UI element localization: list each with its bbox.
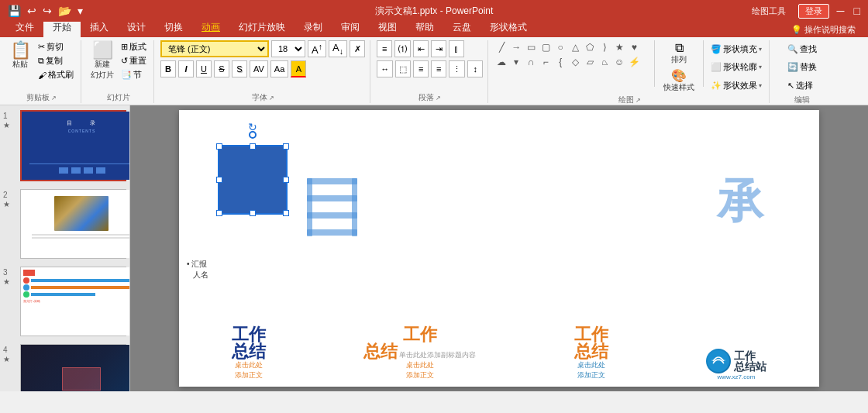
shape-bracket[interactable]: ⌐ <box>539 55 553 69</box>
clear-format-button[interactable]: ✗ <box>350 40 365 57</box>
align-right-button[interactable]: ≡ <box>431 60 446 77</box>
reset-button[interactable]: ↺ 重置 <box>119 54 149 67</box>
columns-button[interactable]: ⫿ <box>449 40 464 57</box>
redo-icon[interactable]: ↪ <box>41 3 53 19</box>
shape-diamond[interactable]: ◇ <box>568 55 582 69</box>
paragraph-expand-arrow[interactable]: ↗ <box>436 95 441 102</box>
arrange-button[interactable]: ⧉ 排列 <box>660 40 698 67</box>
copy-button[interactable]: ⧉ 复制 <box>36 54 76 67</box>
more-icon[interactable]: ▾ <box>76 3 84 19</box>
bullet-list-button[interactable]: ≡ <box>377 40 392 57</box>
spacing-button[interactable]: AV <box>250 60 268 77</box>
drawing-expand-arrow[interactable]: ↗ <box>636 97 641 104</box>
search-commands[interactable]: 💡 操作说明搜索 <box>785 22 862 37</box>
handle-bottom-left[interactable] <box>216 210 222 216</box>
slide-4-thumbnail[interactable] <box>20 344 126 391</box>
find-button[interactable]: 🔍 查找 <box>785 43 819 56</box>
paste-button[interactable]: 📋 粘贴 <box>6 40 34 71</box>
decrease-indent-button[interactable]: ⇤ <box>413 40 429 57</box>
shape-heart[interactable]: ♥ <box>627 40 641 54</box>
shape-outline-button[interactable]: ⬜ 形状轮廓 ▾ <box>708 60 764 74</box>
minimize-icon[interactable]: ─ <box>835 3 846 19</box>
shape-more[interactable]: ▾ <box>509 55 523 69</box>
text-direction-button[interactable]: ↔ <box>377 60 393 77</box>
slide-2-thumbnail[interactable] <box>20 189 126 259</box>
case-button[interactable]: Aa <box>270 60 288 77</box>
shape-brace[interactable]: { <box>553 55 567 69</box>
underline-button[interactable]: U <box>196 60 212 77</box>
slide-3-thumbnail[interactable]: 激光打+策略 <box>20 267 126 336</box>
layout-button[interactable]: ⊞ 版式 <box>119 40 149 53</box>
layout-icon: ⊞ <box>121 42 128 52</box>
handle-middle-right[interactable] <box>283 177 289 183</box>
shape-rounded-rect[interactable]: ▢ <box>539 40 553 54</box>
font-color-button[interactable]: A <box>291 60 306 77</box>
login-button[interactable]: 登录 <box>798 4 829 19</box>
save-icon[interactable]: 💾 <box>6 3 22 19</box>
copy-icon: ⧉ <box>38 56 44 66</box>
increase-indent-button[interactable]: ⇥ <box>431 40 446 57</box>
slide-1-thumbnail[interactable]: 目 录 CONTENTS <box>20 110 126 181</box>
shape-trapezoid[interactable]: ⏢ <box>598 55 611 69</box>
shadow-button[interactable]: S <box>232 60 247 77</box>
shape-curve[interactable]: ∩ <box>524 55 538 69</box>
shape-star[interactable]: ★ <box>612 40 626 54</box>
font-expand-arrow[interactable]: ↗ <box>269 95 274 102</box>
slide-2-wrapper: 2 ★ <box>20 189 126 262</box>
strikethrough-button[interactable]: S <box>214 60 229 77</box>
handle-middle-left[interactable] <box>216 177 222 183</box>
shape-chevron[interactable]: ⟩ <box>598 40 611 54</box>
shape-effect-button[interactable]: ✨ 形状效果 ▾ <box>708 79 764 92</box>
decrease-font-button[interactable]: A↓ <box>329 40 347 57</box>
ws2-add-text[interactable]: 单击此处添加副标题内容 <box>399 350 476 360</box>
cut-button[interactable]: ✂ 剪切 <box>36 40 76 53</box>
shape-rect[interactable]: ▭ <box>524 40 538 54</box>
work-summary-2: 工作 总结 单击此处添加副标题内容 桌击此处 添加正文 <box>363 326 476 380</box>
undo-icon[interactable]: ↩ <box>26 3 38 19</box>
bold-button[interactable]: B <box>160 60 176 77</box>
select-button[interactable]: ↖ 选择 <box>785 79 819 92</box>
format-painter-button[interactable]: 🖌 格式刷 <box>36 68 76 81</box>
align-center-button[interactable]: ≡ <box>413 60 429 77</box>
italic-button[interactable]: I <box>178 60 194 77</box>
paragraph-group: ≡ ⑴ ⇤ ⇥ ⫿ ↔ ⬚ ≡ ≡ ⋮ ↕ 段落 ↗ <box>372 40 488 103</box>
handle-top-center[interactable] <box>250 143 256 150</box>
handle-bottom-center[interactable] <box>250 210 256 216</box>
shape-outline-icon: ⬜ <box>711 62 722 72</box>
ws4-url: www.xz7.com <box>717 373 755 380</box>
shape-pentagon[interactable]: ⬠ <box>583 40 597 54</box>
shape-fill-button[interactable]: 🪣 形状填充 ▾ <box>708 43 764 56</box>
replace-button[interactable]: 🔄 替换 <box>785 60 819 74</box>
drawing-tools-tab-bar: 文件 开始 插入 设计 切换 动画 幻灯片放映 录制 审阅 视图 帮助 云盘 形… <box>0 22 868 37</box>
shape-triangle[interactable]: △ <box>568 40 582 54</box>
maximize-icon[interactable]: □ <box>852 3 862 19</box>
handle-top-left[interactable] <box>216 143 222 150</box>
quick-styles-button[interactable]: 🎨 快速样式 <box>660 68 698 95</box>
justify-button[interactable]: ⋮ <box>449 60 465 77</box>
numbered-list-button[interactable]: ⑴ <box>394 40 411 57</box>
rotate-handle[interactable]: ↻ <box>249 131 257 139</box>
font-size-select[interactable]: 18 <box>271 40 305 57</box>
slide-2-number: 2 <box>3 191 8 199</box>
section-button[interactable]: 📑 节 <box>119 68 149 81</box>
handle-bottom-right[interactable] <box>283 210 289 216</box>
shape-lightning[interactable]: ⚡ <box>627 55 641 69</box>
shape-smiley[interactable]: ☺ <box>612 55 626 69</box>
font-face-select[interactable]: 笔锋 (正文) <box>160 40 269 57</box>
slide-3-star: ★ <box>3 277 10 286</box>
align-left-button[interactable]: ⬚ <box>395 60 411 77</box>
clipboard-expand-arrow[interactable]: ↗ <box>51 95 57 102</box>
selected-shape[interactable]: ↻ <box>218 145 288 215</box>
paste-icon: 📋 <box>10 42 31 59</box>
open-icon[interactable]: 📂 <box>57 3 73 19</box>
shape-cloud[interactable]: ☁ <box>494 55 508 69</box>
new-slide-button[interactable]: ⬜ 新建幻灯片 <box>88 40 117 82</box>
line-spacing-button[interactable]: ↕ <box>467 60 483 77</box>
shape-parallelogram[interactable]: ▱ <box>583 55 597 69</box>
handle-top-right[interactable] <box>283 143 289 150</box>
canvas-area[interactable]: ↻ <box>130 105 868 391</box>
increase-font-button[interactable]: A↑ <box>308 40 326 57</box>
shape-arrow[interactable]: → <box>509 40 523 54</box>
shape-oval[interactable]: ○ <box>553 40 567 54</box>
shape-line[interactable]: ╱ <box>494 40 508 54</box>
